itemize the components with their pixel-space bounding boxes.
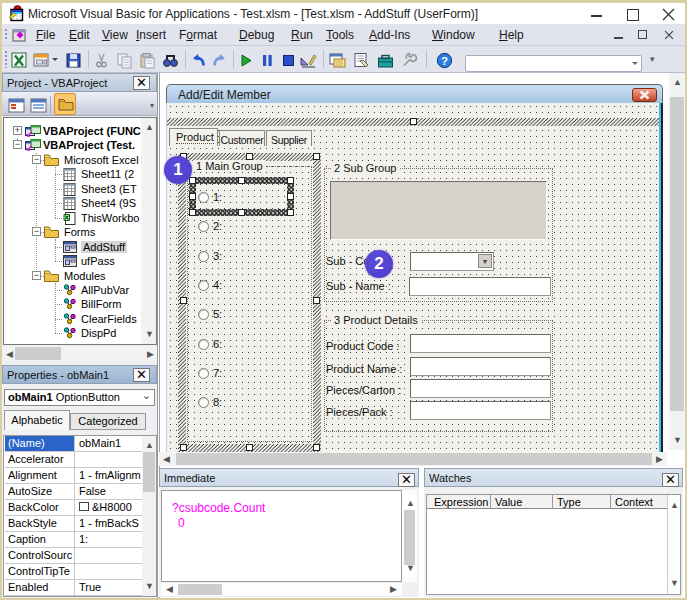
svg-text:?: ?: [441, 55, 448, 67]
